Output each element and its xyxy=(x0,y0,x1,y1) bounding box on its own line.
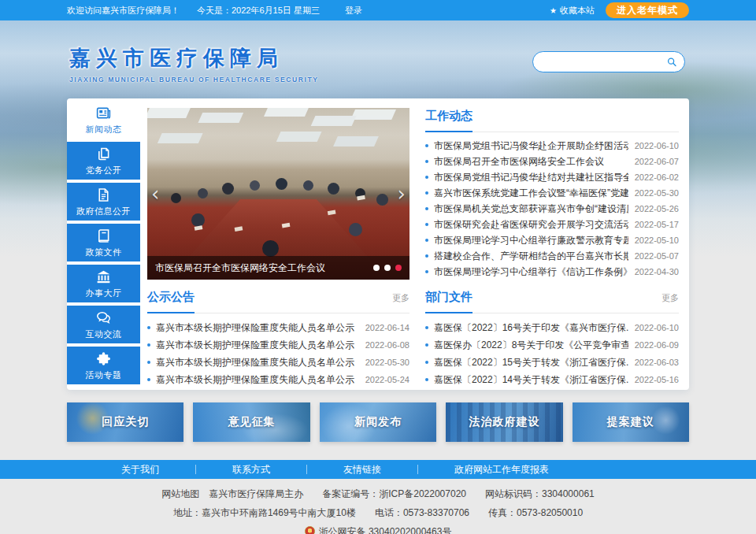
announcement-date: 2022-06-08 xyxy=(365,340,410,350)
footer-nav-item[interactable]: 关于我们 xyxy=(85,465,195,474)
sidebar-item-label: 办事大厅 xyxy=(86,287,122,299)
search-icon[interactable] xyxy=(666,56,677,68)
tab-work-news[interactable]: 工作动态 xyxy=(425,109,472,132)
news-item-title: 搭建校企合作、产学研相结合的平台嘉兴市长期护理... xyxy=(434,250,628,263)
bullet-icon xyxy=(425,270,428,273)
dept-file-date: 2022-05-16 xyxy=(635,375,679,384)
section-header: 部门文件 更多 xyxy=(425,290,679,313)
site-logo[interactable]: 嘉兴市医疗保障局 JIAXING MUNICIPAL BUREAU OF HEA… xyxy=(69,44,319,83)
dept-file-title: 嘉医保办〔2022〕8号关于印发《公平竞争审查... xyxy=(434,339,628,352)
sidebar-item[interactable]: 政府信息公开 xyxy=(67,183,140,221)
announcement-item[interactable]: 嘉兴市本级长期护理保险重度失能人员名单公示（2... 2022-05-24 xyxy=(147,371,410,388)
carousel-next-button[interactable]: › xyxy=(398,184,406,204)
more-link[interactable]: 更多 xyxy=(662,292,679,304)
news-item-title: 市医保研究会赴省医保研究会开展学习交流活动 xyxy=(434,218,628,232)
public-security-badge-icon xyxy=(305,526,315,534)
dept-file-item[interactable]: 嘉医保办〔2022〕8号关于印发《公平竞争审查... 2022-06-09 xyxy=(425,336,679,354)
ceiling-lights-decoration xyxy=(147,108,191,118)
section-header: 工作动态 xyxy=(425,109,679,132)
section-announcements: 公示公告 更多 嘉兴市本级长期护理保险重度失能人员名单公示（2... 2022-… xyxy=(147,290,410,388)
news-item[interactable]: 搭建校企合作、产学研相结合的平台嘉兴市长期护理... 2022-05-07 xyxy=(425,248,679,264)
bullet-icon xyxy=(425,254,428,258)
news-item[interactable]: 市医保局党组书记冯俊华赴企开展助企纾困活动 2022-06-10 xyxy=(425,138,679,154)
dept-file-title: 嘉医保〔2022〕15号关于转发《浙江省医疗保... xyxy=(434,356,628,369)
site-title: 嘉兴市医疗保障局 xyxy=(69,44,319,72)
banner-link[interactable]: 新闻发布 xyxy=(320,402,436,442)
banner-label: 提案建议 xyxy=(607,415,654,429)
announcement-item[interactable]: 嘉兴市本级长期护理保险重度失能人员名单公示（2... 2022-05-30 xyxy=(147,354,410,371)
bullet-icon xyxy=(425,223,428,226)
favorite-site-link[interactable]: ★ 收藏本站 xyxy=(550,5,595,17)
banner-shortcuts: 回应关切 意见征集 新闻发布 法治政府建设 提案建议 xyxy=(67,402,689,442)
login-link[interactable]: 登录 xyxy=(345,5,362,17)
security-record-text[interactable]: 浙公网安备 33040202000463号 xyxy=(305,525,452,534)
section-dept-files: 部门文件 更多 嘉医保〔2022〕16号关于印发《嘉兴市医疗保... 2022-… xyxy=(425,290,679,388)
news-item-date: 2022-05-07 xyxy=(635,251,679,261)
sidebar-item[interactable]: 办事大厅 xyxy=(67,265,140,302)
carousel-slide-image[interactable] xyxy=(147,108,410,280)
news-item[interactable]: 市医保研究会赴省医保研究会开展学习交流活动 2022-05-17 xyxy=(425,217,679,232)
chat-icon xyxy=(95,310,112,326)
dept-file-title: 嘉医保〔2022〕16号关于印发《嘉兴市医疗保... xyxy=(434,321,628,335)
announcement-title: 嘉兴市本级长期护理保险重度失能人员名单公示（2... xyxy=(156,339,359,352)
favorite-label: 收藏本站 xyxy=(560,5,595,17)
news-item-date: 2022-06-02 xyxy=(635,172,679,182)
news-item[interactable]: 市医保局党组书记冯俊华赴结对共建社区指导全国文... 2022-06-02 xyxy=(425,169,679,185)
carousel-dot-2[interactable] xyxy=(384,265,391,271)
dept-file-item[interactable]: 嘉医保〔2022〕15号关于转发《浙江省医疗保... 2022-06-03 xyxy=(425,354,679,371)
more-link[interactable]: 更多 xyxy=(392,292,410,304)
host-org-text: 嘉兴市医疗保障局主办 xyxy=(209,488,303,501)
news-item-title: 嘉兴市医保系统党建工作会议暨“幸福医保”党建联... xyxy=(434,187,628,200)
announcement-item[interactable]: 嘉兴市本级长期护理保险重度失能人员名单公示（2... 2022-06-14 xyxy=(147,319,410,336)
puzzle-icon xyxy=(95,350,112,367)
banner-link[interactable]: 法治政府建设 xyxy=(446,402,562,442)
elder-mode-button[interactable]: 进入老年模式 xyxy=(606,2,689,18)
carousel-dot-3[interactable] xyxy=(395,265,402,271)
carousel-prev-button[interactable]: ‹ xyxy=(151,184,159,204)
tab-announcements[interactable]: 公示公告 xyxy=(147,290,195,313)
sidebar-item-label: 新闻动态 xyxy=(86,124,122,135)
footer-nav-item[interactable]: 友情链接 xyxy=(306,465,417,474)
carousel-dot-1[interactable] xyxy=(373,265,380,271)
bullet-icon xyxy=(425,343,428,347)
papers-decoration xyxy=(195,225,203,231)
banner-link[interactable]: 回应关切 xyxy=(67,402,183,442)
footer-line-3: 浙公网安备 33040202000463号 xyxy=(305,525,452,534)
dept-file-item[interactable]: 嘉医保〔2022〕16号关于印发《嘉兴市医疗保... 2022-06-10 xyxy=(425,319,679,336)
footer-nav-item[interactable]: 联系方式 xyxy=(195,465,306,474)
banner-link[interactable]: 意见征集 xyxy=(193,402,309,442)
search-bar xyxy=(532,51,685,72)
sidebar-item[interactable]: 党务公开 xyxy=(67,142,140,180)
footer-nav-item[interactable]: 政府网站工作年度报表 xyxy=(417,465,585,474)
bullet-icon xyxy=(147,361,150,364)
carousel-caption[interactable]: 市医保局召开全市医保网络安全工作会议 xyxy=(155,261,373,275)
news-item[interactable]: 嘉兴市医保系统党建工作会议暨“幸福医保”党建联... 2022-05-30 xyxy=(425,185,679,201)
banner-label: 意见征集 xyxy=(228,415,276,429)
news-item-title: 市医保局理论学习中心组举行《信访工作条例》专题... xyxy=(434,265,628,279)
news-item[interactable]: 市医保局理论学习中心组举行廉政警示教育专题学习... 2022-05-10 xyxy=(425,232,679,248)
news-item[interactable]: 市医保局理论学习中心组举行《信访工作条例》专题... 2022-04-30 xyxy=(425,264,679,280)
sidebar-item-label: 政策文件 xyxy=(86,247,122,258)
news-carousel: ‹ › 市医保局召开全市医保网络安全工作会议 xyxy=(147,108,410,280)
news-item[interactable]: 市医保局召开全市医保网络安全工作会议 2022-06-07 xyxy=(425,154,679,169)
sidebar-item[interactable]: 新闻动态 xyxy=(67,101,140,139)
news-item-title: 市医保局党组书记冯俊华赴结对共建社区指导全国文... xyxy=(434,171,628,184)
tab-dept-files[interactable]: 部门文件 xyxy=(425,290,472,313)
footer-nav: 关于我们 联系方式 友情链接 政府网站工作年度报表 xyxy=(0,460,756,479)
bullet-icon xyxy=(425,239,428,242)
banner-link[interactable]: 提案建议 xyxy=(573,402,689,442)
work-news-list: 市医保局党组书记冯俊华赴企开展助企纾困活动 2022-06-10 市医保局召开全… xyxy=(425,138,679,280)
announcement-item[interactable]: 嘉兴市本级长期护理保险重度失能人员名单公示（2... 2022-06-08 xyxy=(147,336,410,354)
sidebar-item[interactable]: 政策文件 xyxy=(67,224,140,261)
search-input[interactable] xyxy=(544,57,666,68)
sidebar-item[interactable]: 活动专题 xyxy=(67,347,140,384)
address-text: 地址：嘉兴市中环南路1469号中南大厦10楼 xyxy=(173,506,356,520)
sitemap-link[interactable]: 网站地图 xyxy=(161,488,199,501)
dept-file-title: 嘉医保〔2022〕14号关于转发《浙江省医疗保... xyxy=(434,373,628,387)
dept-file-item[interactable]: 嘉医保〔2022〕14号关于转发《浙江省医疗保... 2022-05-16 xyxy=(425,371,679,388)
dept-file-date: 2022-06-10 xyxy=(635,323,679,332)
sidebar-item[interactable]: 互动交流 xyxy=(67,306,140,343)
news-item-title: 市医保局理论学习中心组举行廉政警示教育专题学习... xyxy=(434,234,628,247)
news-item[interactable]: 市医保局机关党总支部获评嘉兴市争创“建设清廉机... 2022-05-26 xyxy=(425,201,679,217)
announcements-list: 嘉兴市本级长期护理保险重度失能人员名单公示（2... 2022-06-14 嘉兴… xyxy=(147,319,410,388)
